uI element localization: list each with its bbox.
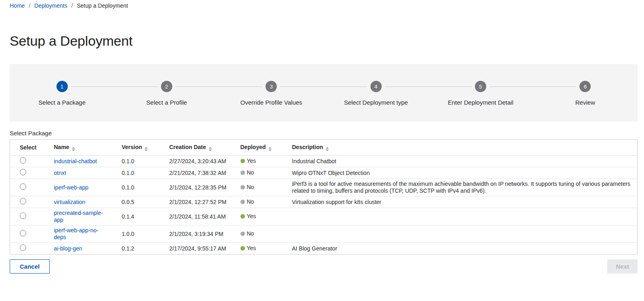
column-header-label: Select: [20, 144, 36, 151]
package-name-link[interactable]: iperf-web-app-no-deps: [54, 227, 99, 240]
breadcrumb-separator: /: [71, 2, 73, 9]
sort-icon[interactable]: [72, 147, 75, 151]
deployed-status-dot: [240, 232, 245, 236]
deployed-status-dot: [240, 200, 245, 204]
step-label: Review: [533, 99, 638, 106]
deployed-status-dot: [240, 246, 245, 250]
sort-icon[interactable]: [326, 147, 329, 151]
table-caption: Select Package: [10, 130, 638, 137]
deployed-cell: Yes: [231, 243, 282, 255]
step-number-badge: 5: [475, 81, 486, 92]
creation-date-cell: 2/17/2024, 9:55:17 AM: [160, 243, 231, 255]
version-cell: 1.0.0: [112, 225, 160, 243]
package-radio[interactable]: [20, 169, 26, 175]
select-cell: [10, 225, 44, 243]
version-cell: 0.1.0: [112, 156, 160, 167]
deployed-status-dot: [240, 170, 245, 175]
table-row: virtualization 0.0.5 2/1/2024, 12:27:52 …: [10, 196, 638, 208]
breadcrumb-current: Setup a Deployment: [77, 2, 128, 9]
description-cell: [282, 208, 638, 225]
creation-date-cell: 2/1/2024, 12:27:52 PM: [160, 196, 231, 208]
step-review: 6 Review: [533, 81, 638, 122]
deployed-status-label: Yes: [247, 245, 256, 252]
next-button[interactable]: Next: [607, 259, 638, 274]
page-title: Setup a Deployment: [10, 33, 638, 49]
package-name-link[interactable]: industrial-chatbot: [54, 158, 97, 164]
version-cell: 0.1.2: [112, 243, 160, 255]
step-label: Select a Package: [10, 99, 114, 106]
column-header-label: Creation Date: [169, 144, 206, 150]
footer-actions: Cancel Next: [10, 259, 638, 274]
column-header-select: Select: [10, 140, 44, 156]
package-radio[interactable]: [20, 157, 26, 164]
name-cell: ai-blog-gen: [44, 243, 112, 255]
column-header-description[interactable]: Description: [282, 140, 638, 156]
deployed-cell: No: [231, 196, 282, 208]
name-cell: iperf-web-app-no-deps: [44, 225, 112, 243]
table-header-row: Select Name Version Creation Date Deploy…: [10, 140, 638, 156]
deployed-status-dot: [240, 214, 245, 219]
step-override-profile-values: 3 Override Profile Values: [219, 81, 324, 122]
step-select-a-profile: 2 Select a Profile: [114, 81, 219, 122]
package-radio[interactable]: [20, 183, 26, 190]
column-header-name[interactable]: Name: [44, 140, 112, 156]
deployed-cell: Yes: [231, 156, 282, 167]
table-row: iperf-web-app 0.1.0 2/1/2024, 12:28:35 P…: [10, 179, 638, 196]
name-cell: virtualization: [44, 196, 112, 208]
description-cell: AI Blog Generator: [282, 243, 638, 255]
version-cell: 0.1.0: [112, 167, 160, 179]
deployed-status-label: Yes: [247, 158, 256, 164]
package-name-link[interactable]: otnxt: [54, 170, 66, 176]
description-cell: [282, 225, 638, 243]
package-name-link[interactable]: precreated-sample-app: [54, 210, 103, 223]
sort-icon[interactable]: [268, 147, 272, 151]
page-container: Home / Deployments / Setup a Deployment …: [0, 0, 644, 274]
column-header-label: Deployed: [240, 144, 266, 150]
deployed-status-label: No: [247, 230, 254, 237]
step-number-badge: 1: [56, 81, 68, 92]
step-select-deployment-type: 4 Select Deployment type: [324, 81, 428, 122]
package-radio[interactable]: [20, 244, 26, 251]
column-header-label: Name: [54, 144, 69, 150]
step-label: Select Deployment type: [324, 99, 428, 106]
table-row: iperf-web-app-no-deps 1.0.0 2/1/2024, 3:…: [10, 225, 638, 243]
wizard-stepper: 1 Select a Package 2 Select a Profile 3 …: [10, 64, 638, 122]
breadcrumb-link-deployments[interactable]: Deployments: [34, 2, 67, 9]
package-radio[interactable]: [20, 213, 26, 219]
sort-icon[interactable]: [209, 147, 212, 151]
select-cell: [10, 167, 44, 179]
column-header-deployed[interactable]: Deployed: [231, 140, 282, 156]
step-number-badge: 3: [266, 81, 277, 92]
package-name-link[interactable]: ai-blog-gen: [54, 245, 82, 252]
package-radio[interactable]: [20, 230, 26, 236]
sort-icon[interactable]: [144, 147, 148, 151]
package-name-link[interactable]: iperf-web-app: [54, 184, 89, 191]
column-header-label: Version: [122, 144, 142, 150]
step-label: Override Profile Values: [219, 99, 324, 106]
breadcrumb-link-home[interactable]: Home: [10, 2, 25, 9]
creation-date-cell: 2/1/2024, 12:28:35 PM: [160, 179, 231, 196]
deployed-status-dot: [240, 159, 245, 163]
step-select-a-package: 1 Select a Package: [10, 81, 114, 122]
column-header-creation-date[interactable]: Creation Date: [160, 140, 231, 156]
select-cell: [10, 243, 44, 255]
package-radio[interactable]: [20, 198, 26, 204]
select-cell: [10, 179, 44, 196]
name-cell: iperf-web-app: [44, 179, 112, 196]
select-cell: [10, 156, 44, 167]
cancel-button[interactable]: Cancel: [10, 259, 50, 274]
deployed-status-label: No: [247, 198, 254, 205]
table-row: industrial-chatbot 0.1.0 2/27/2024, 3:20…: [10, 156, 638, 167]
step-number-badge: 4: [370, 81, 382, 92]
package-table: Select Name Version Creation Date Deploy…: [10, 139, 638, 255]
column-header-version[interactable]: Version: [112, 140, 160, 156]
breadcrumb-separator: /: [29, 2, 30, 9]
step-enter-deployment-detail: 5 Enter Deployment Detail: [428, 81, 533, 122]
package-name-link[interactable]: virtualization: [54, 199, 86, 205]
deployed-cell: No: [231, 167, 282, 179]
select-cell: [10, 196, 44, 208]
description-cell: Virtualization support for k8s cluster: [282, 196, 638, 208]
description-cell: Industrial Chatbot: [282, 156, 638, 167]
table-row: ai-blog-gen 0.1.2 2/17/2024, 9:55:17 AM …: [10, 243, 638, 255]
name-cell: otnxt: [44, 167, 112, 179]
